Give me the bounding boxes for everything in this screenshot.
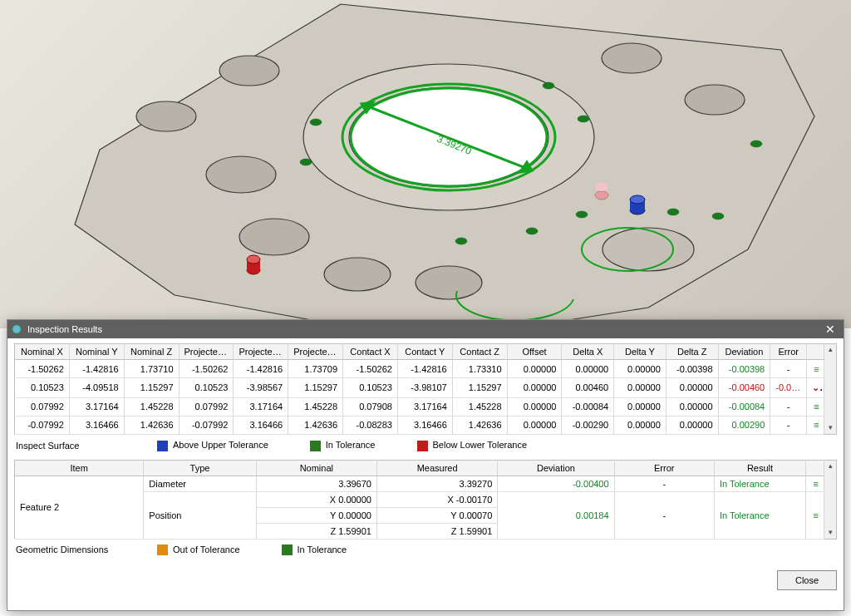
svg-point-31 [630,195,645,204]
col-header[interactable]: Result [714,460,805,476]
col-header[interactable]: Error [614,460,714,476]
svg-point-19 [526,228,538,234]
col-header[interactable]: Delta Z [666,344,718,360]
svg-point-20 [576,211,588,218]
svg-point-26 [247,255,260,264]
close-icon[interactable]: ✕ [820,320,840,338]
svg-point-8 [602,43,662,73]
col-header[interactable]: Contact Y [397,344,452,360]
swatch-blue [157,441,168,451]
legend1-item-below: Below Lower Tolerance [417,440,528,451]
in-tolerance-icon: ≡ [814,364,817,374]
swatch-green [282,545,293,555]
col-header[interactable]: Error [770,344,807,360]
dialog-title: Inspection Results [27,320,820,338]
col-header[interactable]: Contact X [343,344,398,360]
svg-point-2 [206,156,276,193]
svg-point-16 [578,116,589,122]
col-header[interactable]: Nominal [256,460,376,476]
close-button[interactable]: Close [777,570,837,590]
table-row[interactable]: -1.50262-1.428161.73710-1.50262-1.428161… [15,360,824,378]
col-header[interactable]: Deviation [498,460,614,476]
svg-point-18 [455,238,467,244]
cad-viewport: 3.39270 [0,0,851,328]
inspection-results-dialog: Inspection Results ✕ Nominal XNominal YN… [7,319,844,611]
svg-point-5 [416,266,482,299]
svg-point-22 [712,213,724,219]
svg-point-7 [219,56,279,86]
probe-points-table: Nominal XNominal YNominal ZProjected XPr… [14,343,824,435]
in-tolerance-icon: ≡ [814,420,817,430]
dialog-titlebar[interactable]: Inspection Results ✕ [7,320,844,338]
svg-point-6 [136,101,196,131]
col-header[interactable]: Nominal Y [69,344,124,360]
swatch-orange [157,545,168,555]
scroll-up-icon[interactable]: ▴ [824,344,836,356]
legend1-item-above: Above Upper Tolerance [157,440,268,451]
col-header[interactable]: Nominal Z [124,344,179,360]
col-header[interactable]: Projected X [179,344,234,360]
legend1-item-in: In Tolerance [310,440,376,451]
in-tolerance-icon: ≡ [813,510,816,520]
legend1-label: Inspect Surface [16,441,116,451]
svg-point-23 [750,140,762,147]
scroll-down-icon[interactable]: ▾ [824,422,836,434]
legend2-item-out: Out of Tolerance [157,545,240,556]
svg-point-15 [543,82,554,89]
swatch-green [310,441,321,451]
scroll-down-icon[interactable]: ▾ [824,527,836,539]
feature-summary-table: ItemTypeNominalMeasuredDeviationErrorRes… [14,460,824,540]
col-header[interactable]: Offset [507,344,562,360]
svg-point-3 [239,219,309,255]
col-header[interactable]: Item [15,460,144,476]
table-row[interactable]: -0.079923.164661.42636-0.079923.164661.4… [15,416,824,434]
table-row[interactable]: 0.079923.171641.452280.079923.171641.452… [15,397,824,416]
dialog-icon [11,323,22,335]
col-header[interactable]: Deviation [718,344,770,360]
col-header[interactable]: Contact Z [452,344,507,360]
svg-point-17 [300,159,312,165]
in-tolerance-icon: ≡ [813,479,816,489]
svg-point-27 [595,191,608,200]
below-tolerance-icon: ⌄ [812,382,824,392]
col-header[interactable]: Nominal X [15,344,70,360]
svg-point-21 [667,209,679,215]
scrollbar-feature-table[interactable]: ▴ ▾ [824,460,837,540]
svg-point-10 [603,228,694,271]
col-header-status [807,344,824,360]
col-header[interactable]: Measured [376,460,497,476]
swatch-red [417,441,428,451]
svg-point-14 [310,119,322,126]
svg-point-28 [595,183,608,191]
legend-inspect-surface: Inspect Surface Above Upper Tolerance In… [14,435,837,460]
col-header[interactable]: Projected Z [288,344,343,360]
legend2-item-in: In Tolerance [282,545,347,556]
col-header[interactable]: Type [144,460,256,476]
table-row[interactable]: Feature 2Diameter3.396703.39270-0.00400-… [15,476,824,491]
svg-point-4 [324,258,391,291]
col-header[interactable]: Projected Y [234,344,288,360]
legend2-label: Geometric Dimensions [16,545,116,554]
col-header[interactable]: Delta Y [614,344,667,360]
col-header-status [806,460,824,476]
svg-point-32 [12,325,21,333]
col-header[interactable]: Delta X [562,344,614,360]
in-tolerance-icon: ≡ [814,402,817,411]
svg-point-9 [685,85,745,115]
scroll-up-icon[interactable]: ▴ [824,461,836,472]
legend-geometric-dimensions: Geometric Dimensions Out of Tolerance In… [14,540,837,564]
scrollbar-probe-table[interactable]: ▴ ▾ [824,343,837,435]
table-row[interactable]: 0.10523-4.095181.152970.10523-3.985671.1… [15,378,824,397]
